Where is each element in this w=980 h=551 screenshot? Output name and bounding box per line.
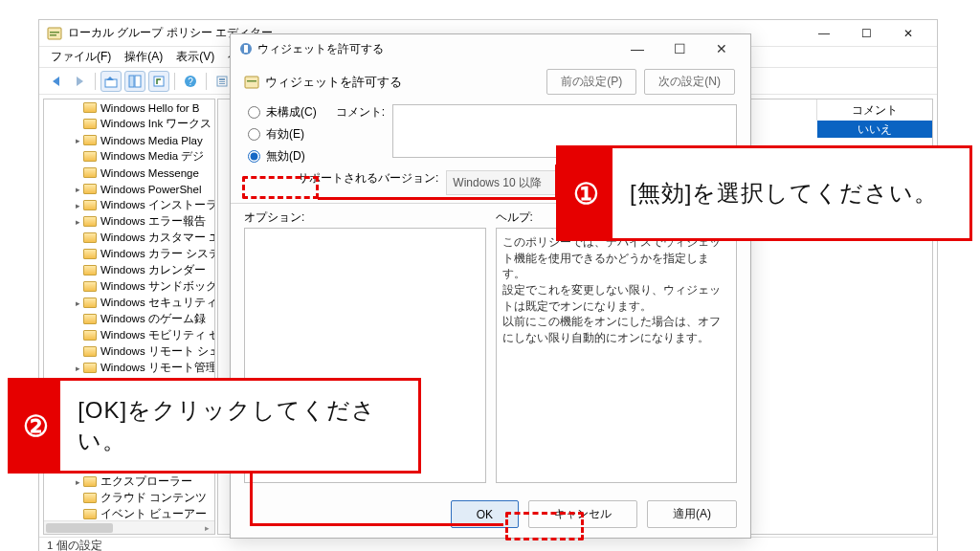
arrow-line-2h <box>250 523 503 526</box>
tree-item-label: Windows のゲーム録 <box>100 312 206 326</box>
tree-item[interactable]: ▸Windows インストーラー <box>44 197 215 213</box>
tree-item-label: Windows PowerShel <box>100 184 201 195</box>
tree-item[interactable]: Windows モビリティ セ <box>44 327 215 343</box>
callout-2-text: [OK]をクリックしてください。 <box>60 387 418 465</box>
chevron-right-icon[interactable]: ▸ <box>73 136 82 145</box>
folder-icon <box>83 167 97 178</box>
nav-forward-button[interactable] <box>69 71 90 92</box>
chevron-right-icon[interactable]: ▸ <box>73 364 82 373</box>
gpedit-statusbar: 1 個の設定 <box>39 537 937 551</box>
tree-item-label: イベント ビューアー <box>100 507 207 521</box>
arrow-line-2v <box>250 473 253 525</box>
radio-not-configured[interactable]: 未構成(C) <box>248 104 317 121</box>
export-list-button[interactable] <box>148 71 169 92</box>
svg-rect-3 <box>105 79 117 87</box>
dialog-maximize-button[interactable]: ☐ <box>658 34 701 63</box>
minimize-button[interactable]: ― <box>803 20 845 47</box>
next-setting-button[interactable]: 次の設定(N) <box>644 69 735 95</box>
tree-item[interactable]: ▸Windows Media Play <box>44 132 215 148</box>
dialog-title: ウィジェットを許可する <box>257 41 616 57</box>
chevron-right-icon[interactable]: ▸ <box>73 201 82 210</box>
tree-item-label: Windows Hello for B <box>100 102 200 114</box>
tree-item[interactable]: Windows サンドボック <box>44 278 215 295</box>
tree-item[interactable]: Windows のゲーム録 <box>44 311 215 327</box>
tree-item[interactable]: Windows Ink ワークス <box>44 116 215 132</box>
radio-disabled-label: 無効(D) <box>266 148 305 165</box>
policy-header-title: ウィジェットを許可する <box>265 74 546 91</box>
callout-2: ② [OK]をクリックしてください。 <box>8 378 421 474</box>
chevron-right-icon[interactable]: ▸ <box>73 217 82 227</box>
folder-icon <box>83 476 97 487</box>
folder-icon <box>83 298 97 308</box>
menu-action[interactable]: 操作(A) <box>119 47 168 67</box>
svg-rect-16 <box>247 80 256 82</box>
radio-not-configured-label: 未構成(C) <box>266 104 317 121</box>
folder-icon <box>83 232 97 243</box>
tree-item[interactable]: クラウド コンテンツ <box>44 490 215 506</box>
show-hide-tree-button[interactable] <box>124 71 145 92</box>
tree-item-label: Windows Ink ワークス <box>100 117 212 131</box>
tree-item-label: Windows インストーラー <box>100 198 215 212</box>
tree-item[interactable]: ▸エクスプローラー <box>44 474 215 490</box>
tree-item[interactable]: ▸Windows リモート管理 <box>44 360 215 376</box>
folder-icon <box>83 135 97 145</box>
menu-view[interactable]: 表示(V) <box>170 47 220 67</box>
svg-text:?: ? <box>188 77 193 87</box>
dialog-app-icon <box>238 41 254 56</box>
svg-rect-12 <box>219 83 225 84</box>
svg-rect-1 <box>50 32 59 33</box>
tree-item[interactable]: ▸Windows エラー報告 <box>44 213 215 230</box>
tree-item-label: クラウド コンテンツ <box>100 491 207 505</box>
radio-disabled[interactable]: 無効(D) <box>248 148 317 165</box>
folder-icon <box>83 330 97 341</box>
tree-item-label: Windows カレンダー <box>100 263 206 277</box>
nav-back-button[interactable] <box>45 71 66 92</box>
callout-1: ① [無効]を選択してください。 <box>556 145 972 241</box>
supported-version-label: サポートされるバージョン: <box>298 170 438 187</box>
toolbar-separator <box>174 73 175 90</box>
radio-enabled[interactable]: 有効(E) <box>248 126 317 143</box>
chevron-right-icon[interactable]: ▸ <box>73 185 82 194</box>
tree-item-label: Windows サンドボック <box>100 279 215 294</box>
chevron-right-icon[interactable]: ▸ <box>73 477 82 487</box>
maximize-button[interactable]: ☐ <box>845 20 887 47</box>
tree-item[interactable]: Windows リモート シェ <box>44 343 215 360</box>
tree-item[interactable]: ▸Windows セキュリティ <box>44 295 215 311</box>
cancel-button[interactable]: キャンセル <box>528 500 637 528</box>
arrow-line-1h <box>318 197 557 200</box>
radio-enabled-label: 有効(E) <box>266 126 304 143</box>
svg-rect-10 <box>219 78 225 80</box>
chevron-right-icon[interactable]: ▸ <box>73 298 82 308</box>
dialog-close-button[interactable]: ✕ <box>701 34 743 63</box>
tree-item[interactable]: Windows カラー システ <box>44 246 215 262</box>
toolbar-separator <box>95 73 96 90</box>
previous-setting-button[interactable]: 前の設定(P) <box>546 69 636 95</box>
tree-horizontal-scrollbar[interactable]: ▸ <box>44 520 214 534</box>
tree-item[interactable]: ▸Windows PowerShel <box>44 181 215 197</box>
tree-item-label: Windows Messenge <box>100 167 199 179</box>
folder-icon <box>83 151 97 162</box>
tree-item[interactable]: Windows Messenge <box>44 165 215 181</box>
tree-item-label: Windows エラー報告 <box>100 214 206 229</box>
close-button[interactable]: ✕ <box>887 20 929 47</box>
callout-1-text: [無効]を選択してください。 <box>612 170 955 216</box>
column-header-comment[interactable]: コメント <box>817 99 932 121</box>
tree-item[interactable]: Windows カスタマー エ <box>44 230 215 246</box>
folder-icon <box>83 216 97 227</box>
callout-1-number: ① <box>559 148 612 238</box>
folder-icon <box>83 200 97 210</box>
dialog-minimize-button[interactable]: ― <box>616 34 658 63</box>
folder-icon <box>83 281 97 292</box>
apply-button[interactable]: 適用(A) <box>647 500 737 528</box>
policy-row-comment-value[interactable]: いいえ <box>817 121 932 138</box>
menu-file[interactable]: ファイル(F) <box>45 47 117 67</box>
tree-item[interactable]: Windows Media デジ <box>44 148 215 165</box>
svg-rect-2 <box>50 34 56 36</box>
dialog-titlebar: ウィジェットを許可する ― ☐ ✕ <box>231 34 750 63</box>
tree-item[interactable]: Windows Hello for B <box>44 99 215 116</box>
up-level-button[interactable] <box>100 71 122 92</box>
help-button[interactable]: ? <box>180 71 201 92</box>
tree-item-label: Windows Media Play <box>100 135 203 146</box>
tree-item[interactable]: Windows カレンダー <box>44 262 215 278</box>
comment-label: コメント: <box>336 104 385 158</box>
